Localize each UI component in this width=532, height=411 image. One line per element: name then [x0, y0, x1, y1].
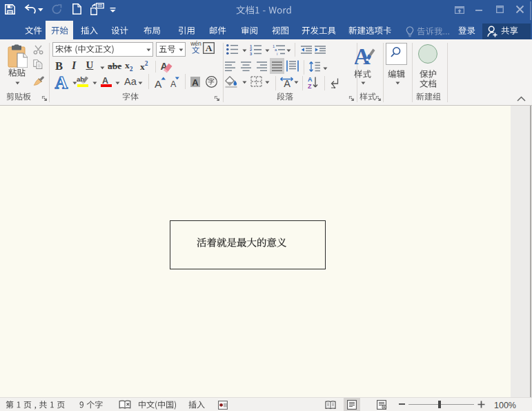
svg-text:A: A — [55, 73, 68, 90]
svg-text:A: A — [102, 76, 108, 84]
svg-text:A: A — [206, 43, 213, 53]
svg-text:i: i — [277, 52, 277, 55]
svg-text:Z: Z — [308, 83, 312, 89]
svg-text:A: A — [155, 78, 162, 88]
svg-text:A: A — [355, 44, 371, 65]
svg-text:A: A — [308, 76, 313, 83]
svg-text:3: 3 — [250, 52, 253, 55]
svg-text:A: A — [192, 77, 199, 86]
svg-text:A: A — [170, 79, 177, 88]
